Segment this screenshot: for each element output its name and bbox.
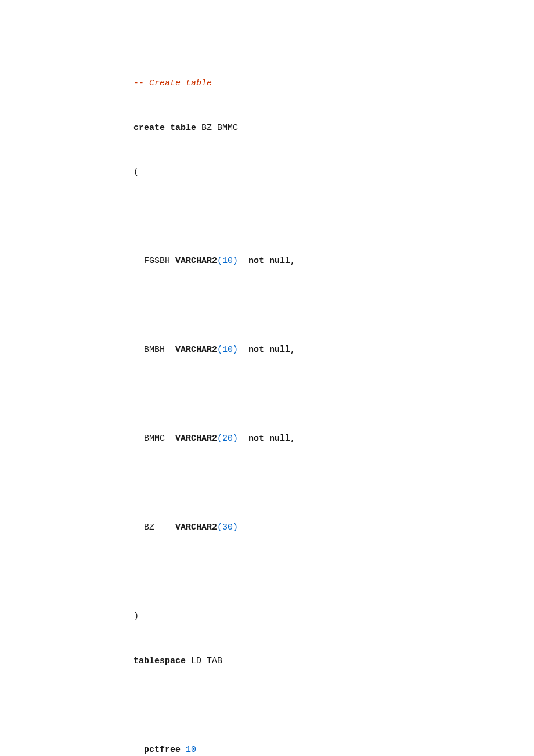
tablespace-name: LD_TAB (191, 656, 222, 666)
col4-size: (30) (217, 523, 238, 532)
pctfree-value: 10 (186, 745, 196, 755)
col1-constraint: not null, (248, 256, 295, 266)
col3-name: BMMC (144, 434, 165, 444)
col2-line: BMBH VARCHAR2(10) not null, (134, 343, 499, 358)
empty-line-1 (134, 210, 499, 225)
empty-line-3 (134, 387, 499, 402)
sql-code-block: -- Create table create table BZ_BMMC ( F… (134, 46, 499, 756)
col1-name: FGSBH (144, 256, 170, 266)
tablespace-line: tablespace LD_TAB (134, 654, 499, 669)
create-table-line: create table BZ_BMMC (134, 121, 499, 136)
col1-type: VARCHAR2 (175, 256, 217, 266)
pctfree-keyword: pctfree (144, 745, 181, 755)
col3-line: BMMC VARCHAR2(20) not null, (134, 431, 499, 447)
pctfree-line: pctfree 10 (134, 743, 499, 757)
empty-line-6 (134, 698, 499, 713)
open-paren-line: ( (134, 165, 499, 180)
col4-name: BZ (144, 523, 154, 532)
create-table-keyword: create table (134, 123, 196, 133)
col1-line: FGSBH VARCHAR2(10) not null, (134, 254, 499, 269)
col2-name: BMBH (144, 345, 165, 355)
close-paren: ) (134, 611, 139, 621)
col2-constraint: not null, (248, 345, 295, 355)
empty-line-2 (134, 298, 499, 314)
open-paren: ( (134, 167, 139, 177)
table-name: BZ_BMMC (201, 123, 238, 133)
col2-type: VARCHAR2 (175, 345, 217, 355)
col3-type: VARCHAR2 (175, 434, 217, 444)
col2-size: (10) (217, 345, 238, 355)
empty-line-5 (134, 565, 499, 580)
col3-constraint: not null, (248, 434, 295, 444)
close-paren-line: ) (134, 609, 499, 624)
tablespace-keyword: tablespace (134, 656, 186, 666)
col4-type: VARCHAR2 (175, 523, 217, 532)
col3-size: (20) (217, 434, 238, 444)
comment-create-table: -- Create table (134, 76, 499, 91)
col1-size: (10) (217, 256, 238, 266)
col4-line: BZ VARCHAR2(30) (134, 520, 499, 535)
empty-line-4 (134, 476, 499, 491)
